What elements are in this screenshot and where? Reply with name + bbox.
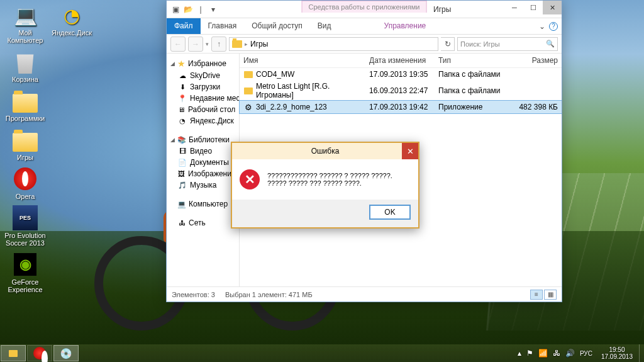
refresh-button[interactable]: ↻	[441, 37, 455, 51]
ribbon-tab-manage[interactable]: Управление	[377, 18, 434, 34]
tray-network-icon[interactable]: 📶	[538, 349, 548, 358]
dialog-titlebar[interactable]: Ошибка ✕	[232, 143, 418, 159]
qat-open-icon[interactable]: 📂	[183, 4, 193, 14]
desktop-icon-folder[interactable]: Игры	[3, 127, 48, 161]
ribbon-tab-view[interactable]: Вид	[310, 18, 339, 34]
desktop-icon-ydisk[interactable]: ◔Яндекс.Диск	[49, 3, 94, 37]
desktop-icon-label: Мой Компьютер	[3, 29, 48, 44]
nav-item[interactable]: ◔Яндекс.Диск	[167, 115, 239, 127]
status-selection: Выбран 1 элемент: 471 МБ	[225, 291, 313, 298]
titlebar[interactable]: ▣ 📂 | ▾ Средства работы с приложениями И…	[167, 1, 562, 18]
forward-button[interactable]: →	[188, 37, 203, 52]
view-details-button[interactable]: ≡	[530, 290, 543, 300]
desktop-icon-label: Игры	[3, 154, 48, 161]
desktop-icon-label: Pro Evolution Soccer 2013	[3, 232, 48, 247]
folder-icon	[243, 86, 253, 96]
back-button[interactable]: ←	[170, 37, 186, 52]
tray-language[interactable]: РУС	[580, 350, 592, 357]
folder-icon	[232, 40, 242, 48]
ribbon-tabs: Файл Главная Общий доступ Вид Управление…	[167, 18, 562, 35]
desktop-icon-label: Яндекс.Диск	[49, 29, 94, 37]
nav-item[interactable]: ⬇Загрузки	[167, 81, 239, 93]
close-button[interactable]: ✕	[543, 1, 562, 14]
file-row[interactable]: ⚙3di_2.2.9_home_12317.09.2013 19:42Прило…	[240, 101, 562, 113]
tray-show-hidden-icon[interactable]: ▴	[518, 349, 521, 358]
desktop-icon-label: Программки	[3, 115, 48, 122]
tray-flag-icon[interactable]: ⚑	[526, 349, 533, 358]
tray-volume-icon[interactable]: 🔊	[565, 349, 575, 358]
qat-divider: |	[196, 4, 206, 14]
taskbar: 💿 ▴ ⚑ 📶 🖧 🔊 РУС 19:50 17.09.2013	[0, 344, 644, 362]
ribbon-tab-file[interactable]: Файл	[167, 18, 201, 34]
up-button[interactable]: ↑	[211, 37, 226, 52]
taskbar-opera[interactable]	[27, 345, 52, 361]
show-desktop-button[interactable]	[639, 344, 644, 362]
desktop-icon-label: Opera	[3, 193, 48, 200]
taskbar-explorer[interactable]	[1, 345, 26, 361]
nav-item[interactable]: 🖥Рабочий стол	[167, 104, 239, 115]
ribbon-expand-icon[interactable]: ⌄	[539, 22, 545, 31]
dialog-title: Ошибка	[311, 147, 340, 156]
window-title: Игры	[433, 5, 451, 14]
status-count: Элементов: 3	[172, 291, 215, 298]
tray-clock[interactable]: 19:50 17.09.2013	[597, 346, 636, 361]
status-bar: Элементов: 3 Выбран 1 элемент: 471 МБ ≡ …	[167, 286, 562, 302]
ok-button[interactable]: OK	[369, 205, 411, 220]
ribbon-tab-share[interactable]: Общий доступ	[244, 18, 310, 34]
navigation-pane: ◢★Избранное ☁SkyDrive⬇Загрузки📍Недавние …	[167, 54, 240, 286]
view-icons-button[interactable]: ▦	[544, 290, 557, 300]
column-headers[interactable]: Имя Дата изменения Тип Размер	[240, 54, 562, 68]
col-name[interactable]: Имя	[243, 56, 369, 65]
desktop-icon-pc[interactable]: 💻Мой Компьютер	[3, 3, 48, 44]
col-type[interactable]: Тип	[438, 56, 508, 65]
history-dropdown-icon[interactable]: ▾	[206, 41, 209, 47]
dialog-message: ????????????? ?????? ? ????? ?????. ????…	[267, 172, 411, 187]
tray-network2-icon[interactable]: 🖧	[553, 349, 560, 358]
folder-icon	[243, 69, 253, 79]
nav-favorites-header[interactable]: ◢★Избранное	[167, 57, 239, 70]
breadcrumb-segment[interactable]: Игры	[250, 40, 268, 48]
search-placeholder: Поиск: Игры	[460, 40, 500, 48]
breadcrumb[interactable]: ▸ Игры	[229, 37, 438, 51]
app-icon: ⚙	[243, 102, 253, 112]
nav-item[interactable]: 🖼Изображения	[167, 168, 239, 179]
desktop-icon-opera[interactable]: Opera	[3, 166, 48, 200]
nav-libraries-header[interactable]: ◢📚Библиотеки	[167, 134, 239, 145]
ribbon-contextual-header: Средства работы с приложениями	[302, 1, 427, 13]
nav-item[interactable]: 🎵Музыка	[167, 179, 239, 191]
nav-item[interactable]: 🎞Видео	[167, 145, 239, 157]
file-row[interactable]: COD4_MW17.09.2013 19:35Папка с файлами	[240, 68, 562, 81]
desktop-icon-bin[interactable]: Корзина	[3, 49, 48, 83]
nav-item[interactable]: 📄Документы	[167, 157, 239, 168]
nav-network[interactable]: ◢🖧Сеть	[167, 217, 239, 229]
qat-dropdown-icon[interactable]: ▾	[208, 4, 218, 14]
taskbar-installer[interactable]: 💿	[53, 345, 79, 361]
help-icon[interactable]: ?	[549, 22, 558, 31]
maximize-button[interactable]: ☐	[524, 1, 543, 14]
nav-computer[interactable]: ◢💻Компьютер	[167, 198, 239, 210]
error-dialog: Ошибка ✕ ✕ ????????????? ?????? ? ????? …	[231, 142, 419, 229]
qat-properties-icon[interactable]: ▣	[170, 4, 180, 14]
search-icon: 🔍	[546, 40, 555, 48]
error-icon: ✕	[240, 169, 260, 189]
desktop-icon-label: Корзина	[3, 76, 48, 83]
dialog-close-button[interactable]: ✕	[402, 143, 418, 159]
file-row[interactable]: Metro Last Light [R.G. Игроманы]16.09.20…	[240, 81, 562, 101]
search-input[interactable]: Поиск: Игры 🔍	[457, 37, 558, 51]
desktop-icon-nvidia[interactable]: ◉GeForce Experience	[3, 252, 48, 293]
nav-item[interactable]: 📍Недавние места	[167, 93, 239, 104]
ribbon-tab-home[interactable]: Главная	[201, 18, 245, 34]
col-size[interactable]: Размер	[508, 56, 558, 65]
desktop-icon-pes[interactable]: PESPro Evolution Soccer 2013	[3, 205, 48, 247]
address-bar-row: ← → ▾ ↑ ▸ Игры ↻ Поиск: Игры 🔍	[167, 35, 562, 54]
desktop-icon-folder[interactable]: Программки	[3, 88, 48, 122]
nav-item[interactable]: ☁SkyDrive	[167, 70, 239, 81]
desktop-icon-label: GeForce Experience	[3, 278, 48, 293]
minimize-button[interactable]: ─	[505, 1, 524, 14]
col-date[interactable]: Дата изменения	[369, 56, 438, 65]
